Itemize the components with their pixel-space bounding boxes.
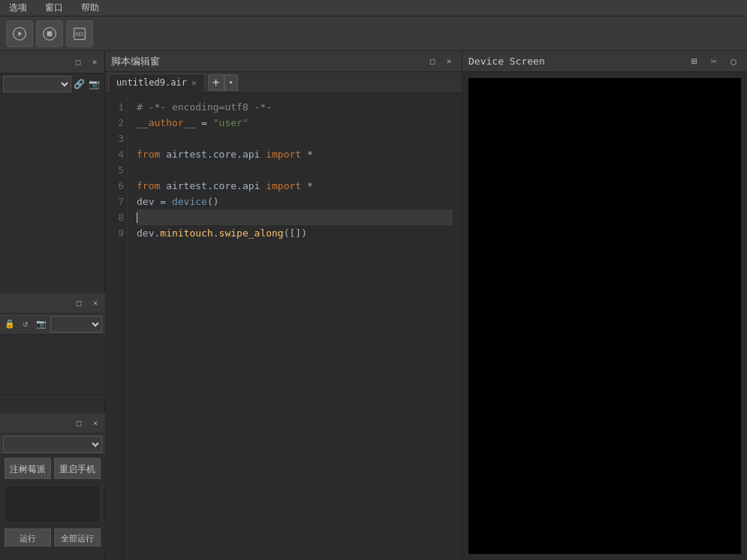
svg-rect-3: [47, 31, 53, 36]
code-editor[interactable]: 1 2 3 4 5 6 7 8 9 # -*- encoding=utf8 -*…: [105, 93, 462, 560]
device-screen-view: [468, 78, 741, 554]
run-all-button[interactable]: 全部运行: [54, 528, 101, 546]
line-num-8: 8: [108, 209, 124, 225]
panel-refresh-icon[interactable]: ↺: [19, 318, 32, 331]
panel-mid-dropdown[interactable]: [50, 316, 102, 333]
main-layout: □ ✕ 🔗 📷 脚本编辑窗 □ ✕: [0, 51, 747, 560]
code-token: (): [207, 194, 219, 209]
code-token: *: [301, 178, 313, 194]
panel-dropdown-top[interactable]: [3, 76, 71, 92]
code-token: *: [301, 146, 313, 162]
line-num-1: 1: [108, 99, 124, 115]
raspberry-button[interactable]: 注树莓派: [5, 458, 51, 479]
device-panel: Device Screen ⊞ ✂ ○: [462, 51, 747, 560]
run-button[interactable]: 运行: [5, 528, 51, 546]
panel-content-top: [0, 95, 104, 320]
editor-tab-label: untitled9.air: [116, 77, 187, 88]
line-num-3: 3: [108, 131, 124, 146]
editor-panel: 脚本编辑窗 □ ✕ untitled9.air ✕ + ▾ 1 2: [105, 51, 462, 560]
panel-mid-content: [0, 335, 105, 395]
code-token: dev =: [137, 194, 172, 209]
code-token: from: [137, 146, 160, 162]
panel-capture-icon[interactable]: 📷: [35, 318, 48, 331]
code-token: airtest.core.api: [160, 178, 266, 194]
code-token: import: [266, 146, 301, 162]
line-num-7: 7: [108, 194, 124, 209]
menu-window[interactable]: 窗口: [42, 0, 66, 16]
editor-close[interactable]: ✕: [442, 55, 456, 68]
device-grid-icon[interactable]: ⊞: [687, 54, 702, 69]
code-token: # -*- encoding=utf8 -*-: [137, 99, 272, 115]
menu-help[interactable]: 帮助: [78, 0, 102, 16]
line-numbers: 1 2 3 4 5 6 7 8 9: [105, 93, 128, 560]
text-cursor: [137, 212, 137, 223]
code-token: from: [137, 178, 160, 194]
toolbar: REC: [0, 17, 747, 51]
code-line-4: from airtest.core.api import *: [137, 146, 453, 162]
code-token: ]): [295, 225, 307, 241]
code-line-5: [137, 162, 453, 178]
code-token: =: [195, 115, 212, 131]
line-num-2: 2: [108, 115, 124, 131]
panel-bottom-header: □ ✕: [0, 413, 105, 434]
code-token: __: [137, 115, 149, 131]
code-line-6: from airtest.core.api import *: [137, 178, 453, 194]
editor-tab-bar: untitled9.air ✕ + ▾: [105, 72, 462, 93]
code-token: .: [213, 225, 219, 241]
device-title-icons: ⊞ ✂ ○: [687, 54, 741, 69]
device-title: Device Screen: [468, 56, 545, 67]
code-line-2: __author__ = "user": [137, 115, 453, 131]
panel-mid-close[interactable]: ✕: [89, 297, 102, 310]
panel-action-btn[interactable]: 🔗: [71, 77, 86, 92]
panel-mid-header: □ ✕: [0, 293, 105, 314]
code-content[interactable]: # -*- encoding=utf8 -*- __author__ = "us…: [128, 93, 462, 560]
device-titlebar: Device Screen ⊞ ✂ ○: [462, 51, 747, 72]
panel-close-top[interactable]: ✕: [88, 56, 101, 69]
tab-dropdown-button[interactable]: ▾: [224, 74, 238, 91]
line-num-5: 5: [108, 162, 124, 178]
play-button[interactable]: [6, 20, 33, 47]
code-token: device: [172, 194, 207, 209]
editor-title-icons: □ ✕: [426, 55, 456, 68]
code-token: dev.: [137, 225, 160, 241]
panel-header-top: □ ✕: [0, 51, 104, 74]
panel-mid-minimize[interactable]: □: [72, 297, 86, 310]
center-area: 脚本编辑窗 □ ✕ untitled9.air ✕ + ▾ 1 2: [105, 51, 462, 560]
code-token: minitouch: [160, 225, 212, 241]
line-num-4: 4: [108, 146, 124, 162]
panel-bottom-close[interactable]: ✕: [89, 417, 102, 430]
code-token: swipe_along: [219, 225, 284, 241]
panel-dropdown-row: 🔗 📷: [0, 74, 104, 95]
line-num-9: 9: [108, 225, 124, 241]
code-token: ([: [284, 225, 296, 241]
device-expand-icon[interactable]: ○: [726, 54, 741, 69]
add-tab-button[interactable]: +: [208, 74, 224, 91]
panel-bottom-minimize[interactable]: □: [72, 417, 86, 430]
record-button[interactable]: REC: [66, 20, 93, 47]
menu-bar: 选项 窗口 帮助: [0, 0, 747, 17]
stop-button[interactable]: [36, 20, 63, 47]
code-line-3: [137, 131, 453, 146]
code-line-8: [137, 209, 453, 225]
left-panel-bottom: □ ✕ 注树莓派 重启手机 运行 全部运行: [0, 413, 105, 549]
control-input-area[interactable]: [5, 485, 101, 522]
code-line-1: # -*- encoding=utf8 -*-: [137, 99, 453, 115]
restart-phone-button[interactable]: 重启手机: [54, 458, 101, 479]
panel-snap-btn[interactable]: 📷: [86, 77, 101, 92]
device-tool-icon[interactable]: ✂: [706, 54, 721, 69]
code-token: __: [184, 115, 196, 131]
left-panel-mid: □ ✕ 🔒 ↺ 📷: [0, 293, 105, 395]
editor-tab-close[interactable]: ✕: [191, 78, 197, 88]
panel-minimize-top[interactable]: □: [71, 56, 85, 69]
panel-bottom-dropdown[interactable]: [3, 436, 102, 453]
editor-minimize[interactable]: □: [426, 55, 439, 68]
code-line-9: dev.minitouch.swipe_along([]): [137, 225, 453, 241]
editor-title: 脚本编辑窗: [111, 55, 160, 68]
svg-marker-1: [18, 31, 22, 36]
menu-options[interactable]: 选项: [6, 0, 30, 16]
code-line-7: dev = device(): [137, 194, 453, 209]
code-token: import: [266, 178, 301, 194]
editor-titlebar: 脚本编辑窗 □ ✕: [105, 51, 462, 72]
panel-lock-icon[interactable]: 🔒: [3, 318, 17, 331]
editor-tab-untitled[interactable]: untitled9.air ✕: [108, 74, 205, 92]
